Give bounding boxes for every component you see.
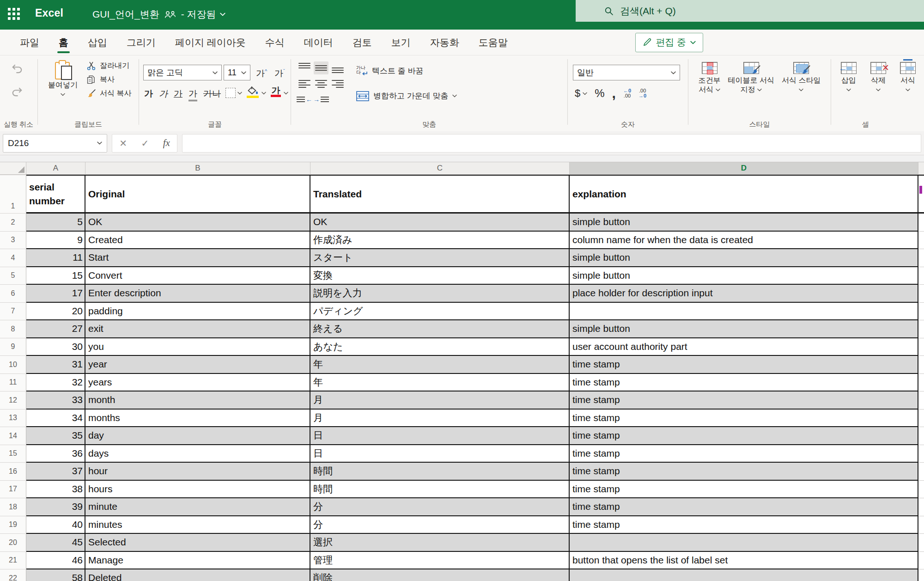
app-launcher-icon[interactable]: [7, 7, 23, 23]
cell-serial-number[interactable]: 11: [26, 249, 85, 267]
cell-translated[interactable]: 時間: [310, 481, 570, 499]
conditional-formatting-button[interactable]: 조건부서식: [696, 61, 723, 120]
cell-explanation[interactable]: user account authority part: [570, 338, 918, 356]
comma-style-button[interactable]: ,: [612, 89, 616, 98]
select-all-corner[interactable]: [0, 162, 26, 175]
row-number[interactable]: 16: [0, 463, 26, 481]
cell-original[interactable]: month: [85, 391, 310, 410]
delete-cells-button[interactable]: ✕ 삭제: [868, 61, 889, 120]
cell-original[interactable]: Selected: [85, 534, 310, 552]
cell-serial-number[interactable]: 39: [26, 498, 85, 516]
editing-mode-button[interactable]: 편집 중: [635, 33, 703, 52]
cell-e-partial[interactable]: [918, 463, 924, 481]
cell-e-partial[interactable]: [918, 481, 924, 499]
decrease-indent-button[interactable]: ←: [297, 96, 312, 103]
row-number[interactable]: 4: [0, 249, 26, 267]
presence-people-icon[interactable]: [164, 10, 176, 18]
merge-center-button[interactable]: 병합하고 가운데 맞춤: [356, 91, 457, 101]
cell-e-partial[interactable]: [918, 249, 924, 267]
tab-insert[interactable]: 삽입: [78, 30, 117, 55]
cell-serial-number[interactable]: 32: [26, 374, 85, 392]
header-explanation[interactable]: explanation: [570, 175, 918, 214]
row-number[interactable]: 10: [0, 356, 26, 374]
borders-chevron-icon[interactable]: [237, 92, 242, 95]
cell-original[interactable]: Created: [85, 232, 310, 250]
cell-explanation[interactable]: [570, 534, 918, 552]
cell-explanation[interactable]: simple button: [570, 267, 918, 285]
column-header-c[interactable]: C: [310, 162, 570, 175]
accounting-format-button[interactable]: $: [575, 87, 587, 99]
cell-e-partial[interactable]: [918, 175, 924, 214]
tab-help[interactable]: 도움말: [469, 30, 517, 55]
shrink-font-button[interactable]: 가ˇ: [274, 67, 285, 80]
cell-original[interactable]: Deleted: [85, 569, 310, 581]
cell-e-partial[interactable]: [918, 338, 924, 356]
tab-home[interactable]: 홈: [49, 30, 78, 55]
cell-explanation[interactable]: time stamp: [570, 374, 918, 392]
cell-translated[interactable]: パディング: [310, 303, 570, 321]
cell-translated[interactable]: 削除: [310, 569, 570, 581]
cell-serial-number[interactable]: 9: [26, 232, 85, 250]
row-number[interactable]: 2: [0, 214, 26, 232]
cell-serial-number[interactable]: 34: [26, 410, 85, 428]
align-right-button[interactable]: [330, 77, 345, 90]
cell-e-partial[interactable]: [918, 391, 924, 410]
app-name[interactable]: Excel: [35, 7, 63, 19]
font-color-button[interactable]: 가: [271, 86, 281, 97]
cell-e-partial[interactable]: [918, 445, 924, 463]
cell-serial-number[interactable]: 20: [26, 303, 85, 321]
name-box[interactable]: D216: [3, 134, 107, 153]
cell-serial-number[interactable]: 46: [26, 552, 85, 570]
column-header-d[interactable]: D: [570, 162, 918, 175]
confirm-entry-button[interactable]: ✓: [141, 138, 149, 149]
row-number[interactable]: 1: [0, 175, 26, 214]
cell-styles-button[interactable]: 서식 스타일: [779, 61, 823, 120]
redo-icon[interactable]: [11, 86, 23, 98]
cell-serial-number[interactable]: 31: [26, 356, 85, 374]
cell-e-partial[interactable]: [918, 285, 924, 303]
cell-original[interactable]: you: [85, 338, 310, 356]
cell-explanation[interactable]: [570, 303, 918, 321]
cell-original[interactable]: day: [85, 427, 310, 445]
increase-indent-button[interactable]: →: [313, 96, 329, 103]
file-name[interactable]: GUI_언어_변환: [92, 8, 159, 21]
cell-translated[interactable]: スタート: [310, 249, 570, 267]
cell-e-partial[interactable]: [918, 516, 924, 534]
cell-explanation[interactable]: column name for when the data is created: [570, 232, 918, 250]
cell-explanation[interactable]: time stamp: [570, 481, 918, 499]
cell-e-partial[interactable]: [918, 303, 924, 321]
column-header-b[interactable]: B: [85, 162, 310, 175]
decrease-decimal-button[interactable]: .00 →0: [638, 88, 646, 98]
paste-button[interactable]: 붙여넣기: [45, 60, 81, 98]
italic-button[interactable]: 가: [159, 88, 168, 100]
cell-translated[interactable]: 月: [310, 391, 570, 410]
row-number[interactable]: 18: [0, 498, 26, 516]
tab-formulas[interactable]: 수식: [255, 30, 294, 55]
cell-original[interactable]: days: [85, 445, 310, 463]
align-top-button[interactable]: [297, 61, 312, 74]
row-number[interactable]: 5: [0, 267, 26, 285]
row-number[interactable]: 3: [0, 232, 26, 250]
cell-explanation[interactable]: time stamp: [570, 463, 918, 481]
font-size-select[interactable]: 11: [224, 65, 250, 80]
cell-original[interactable]: padding: [85, 303, 310, 321]
cell-original[interactable]: Start: [85, 249, 310, 267]
row-number[interactable]: 12: [0, 391, 26, 410]
row-number[interactable]: 11: [0, 374, 26, 392]
cell-translated[interactable]: 日: [310, 445, 570, 463]
row-number[interactable]: 19: [0, 516, 26, 534]
search-input[interactable]: 검색(Alt + Q): [576, 0, 924, 22]
row-number[interactable]: 22: [0, 569, 26, 581]
align-center-button[interactable]: [314, 77, 328, 90]
cell-e-partial[interactable]: [918, 232, 924, 250]
cell-translated[interactable]: 終える: [310, 320, 570, 338]
cell-translated[interactable]: 変換: [310, 267, 570, 285]
cell-explanation[interactable]: time stamp: [570, 445, 918, 463]
format-as-table-button[interactable]: 테이블로 서식지정: [725, 61, 777, 120]
align-middle-button[interactable]: [314, 61, 328, 74]
cell-original[interactable]: year: [85, 356, 310, 374]
row-number[interactable]: 14: [0, 427, 26, 445]
cell-original[interactable]: months: [85, 410, 310, 428]
cell-e-partial[interactable]: [918, 427, 924, 445]
cell-explanation[interactable]: button that opens the list of label set: [570, 552, 918, 570]
